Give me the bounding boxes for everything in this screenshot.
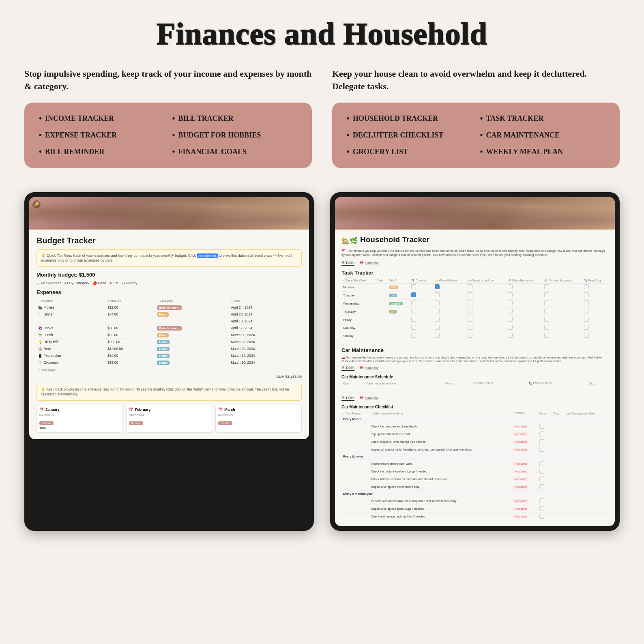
car-checklist-label: Car Maintenance Checklist	[341, 405, 608, 409]
expense-date: March 26, 2024	[229, 338, 302, 345]
feature-car-maintenance: CAR MAINTENANCE	[480, 131, 605, 140]
expense-date: April 18, 2024	[229, 318, 302, 324]
budget-header-image: 🔑	[29, 197, 309, 230]
table-row: Inspect all exterior lights (headlights,…	[341, 446, 608, 453]
checklist-tab-calendar[interactable]: 📅 Calendar	[359, 396, 379, 401]
expense-date: March 12, 2024	[229, 352, 302, 359]
expense-name: 💡 Utility Bills	[36, 338, 106, 345]
month-feb-name: February	[135, 408, 151, 412]
feature-bill-tracker: BILL TRACKER	[172, 114, 298, 123]
expense-name: 🎬 Movies	[36, 304, 106, 311]
expense-amount: $1,000.00	[106, 345, 155, 352]
filter-by-category[interactable]: 🏷 By Category	[64, 281, 89, 285]
table-row: 🏠 Rent $1,000.00 Home March 20, 2024	[36, 345, 302, 352]
day-thursday: Thursday	[341, 307, 376, 316]
table-row: Saturday	[341, 324, 608, 332]
task-tracker-section-title: Task Tracker	[341, 270, 608, 276]
expense-name	[36, 318, 106, 324]
table-row: Check engine oil level and top up if nee…	[341, 438, 608, 446]
expense-date: March 10, 2024	[229, 359, 302, 366]
expenses-label: Expenses	[36, 289, 302, 295]
month-card-january: 📅 January 04/25/2024 Income 1600	[36, 405, 123, 433]
expense-category: Home	[155, 338, 229, 345]
filter-list[interactable]: ≡ List	[109, 281, 118, 285]
col-amount: ↕ Amount	[106, 298, 155, 304]
household-app-desc: 🚩 This template will help you track the …	[341, 249, 608, 258]
expense-amount	[106, 318, 155, 324]
expense-name: 📱 Phone plan	[36, 352, 106, 359]
month-feb-date: 04/25/2024	[129, 413, 210, 417]
budget-tip-box: 💡 Quick Tip: Keep track of your expenses…	[36, 249, 302, 267]
tab-table[interactable]: ⊞ Table	[341, 261, 354, 266]
checklist-col-timeframe: ↕ Time Frame	[341, 411, 369, 416]
car-maintenance-section: Car Maintenance 🚗 To maximize the life a…	[341, 347, 608, 521]
car-col-price: ↕ Price	[442, 381, 469, 386]
checklist-col-task: ↕ What needs to be done	[369, 411, 511, 416]
checklist-col-last-date: Last Maintenance Date	[564, 411, 608, 416]
expense-amount: $34.00	[106, 311, 155, 318]
table-row: Check and replace cabin air filter if ne…	[341, 513, 608, 520]
feature-financial-goals: FINANCIAL GOALS	[172, 147, 298, 157]
car-tab-table[interactable]: ⊞ Table	[341, 366, 354, 371]
th-date: Date	[376, 278, 388, 283]
filter-gallery[interactable]: ⊟ Gallery	[122, 281, 137, 285]
month-jan-tag: Income	[39, 421, 54, 425]
th-living: 🛋 Clean Living Room	[466, 278, 506, 283]
table-row: Inspect and replace the air filter if di…	[341, 483, 608, 491]
expense-category	[155, 318, 229, 324]
right-desc-text: Keep your house clean to avoid overwhelm…	[332, 68, 620, 93]
day-tuesday: Tuesday	[341, 291, 376, 299]
feature-grocery-list: GROCERY LIST	[347, 147, 472, 157]
expense-amount: $55.00	[106, 359, 155, 366]
month-mar-header: 📅 March	[218, 408, 299, 412]
filter-all-expenses[interactable]: ⊞ All expenses	[36, 281, 61, 285]
left-desc-text: Stop impulsive spending, keep track of y…	[24, 68, 312, 93]
expense-category: Food	[155, 311, 229, 318]
month-jan-amount: 1600	[39, 426, 120, 430]
checklist-group-row: Every Quarter	[341, 453, 608, 460]
car-desc: 🚗 To maximize the life and performance o…	[341, 356, 608, 364]
car-col-tags: Tags	[587, 381, 608, 386]
checklist-tab-table[interactable]: ⊞ Table	[341, 396, 354, 401]
car-col-phone: 📞 Phone number	[527, 381, 587, 386]
right-feature-grid: HOUSEHOLD TRACKER TASK TRACKER DECLUTTER…	[347, 114, 605, 157]
tab-calendar[interactable]: 📅 Calendar	[359, 261, 379, 266]
month-mar-date: 04/25/2024	[218, 413, 299, 417]
day-wednesday: Wednesday	[341, 299, 376, 307]
feature-income-tracker: INCOME TRACKER	[39, 114, 164, 123]
budget-tracker-device: 🔑 Budget Tracker 💡 Quick Tip: Keep track…	[24, 192, 314, 531]
new-page-link[interactable]: + New page	[36, 366, 302, 373]
car-schedule-table: Date ↕ What needs to be done ↕ Price ✦ S…	[341, 381, 608, 393]
filter-food[interactable]: 🍎 Food	[92, 281, 106, 285]
table-row: 🎬 Movies $12.00 Entertainment April 24, …	[36, 304, 302, 311]
col-category: ↕ Category	[155, 298, 229, 304]
table-row: Monday Matt	[341, 283, 608, 291]
day-monday: Monday	[341, 283, 376, 291]
table-row: 📚 Books $30.00 Entertainment April 17, 2…	[36, 324, 302, 331]
month-jan-date: 04/25/2024	[39, 413, 120, 417]
table-row: 💡 Utility Bills $200.00 Home March 26, 2…	[36, 338, 302, 345]
table-row: Thursday son	[341, 307, 608, 316]
day-saturday: Saturday	[341, 324, 376, 332]
checklist-col-tags: Tags	[552, 411, 564, 416]
day-friday: Friday	[341, 316, 376, 324]
th-cooking: 🍳 Cooking	[410, 278, 433, 283]
table-row: Wednesday daughter	[341, 299, 608, 307]
right-feature-box: HOUSEHOLD TRACKER TASK TRACKER DECLUTTER…	[332, 103, 620, 168]
month-mar-tag: Income	[218, 421, 232, 425]
task-tracker-table: ↕ Day of the Week Date Who? 🍳 Cooking ✨ …	[341, 278, 608, 340]
page: Finances and Household Stop impulsive sp…	[0, 0, 644, 644]
car-tab-calendar[interactable]: 📅 Calendar	[359, 366, 379, 371]
table-row: April 18, 2024	[36, 318, 302, 324]
left-feature-grid: INCOME TRACKER BILL TRACKER EXPENSE TRAC…	[39, 114, 297, 157]
car-checklist-tabs: ⊞ Table 📅 Calendar	[341, 396, 608, 401]
month-mar-name: March	[224, 408, 235, 412]
budget-tracker-screen: 🔑 Budget Tracker 💡 Quick Tip: Keep track…	[29, 197, 309, 439]
household-tracker-device: 🏡🌿 Household Tracker 🚩 This template wil…	[330, 192, 620, 531]
table-row: 🥗 Lunch $25.00 Food March 30, 2024	[36, 331, 302, 338]
expense-category: Food	[155, 331, 229, 338]
table-row: Check the coolant level and top up if ne…	[341, 468, 608, 475]
feature-bill-reminder: BILL REMINDER	[39, 147, 164, 157]
car-tabs: ⊞ Table 📅 Calendar	[341, 366, 608, 371]
expense-amount: $25.00	[106, 331, 155, 338]
